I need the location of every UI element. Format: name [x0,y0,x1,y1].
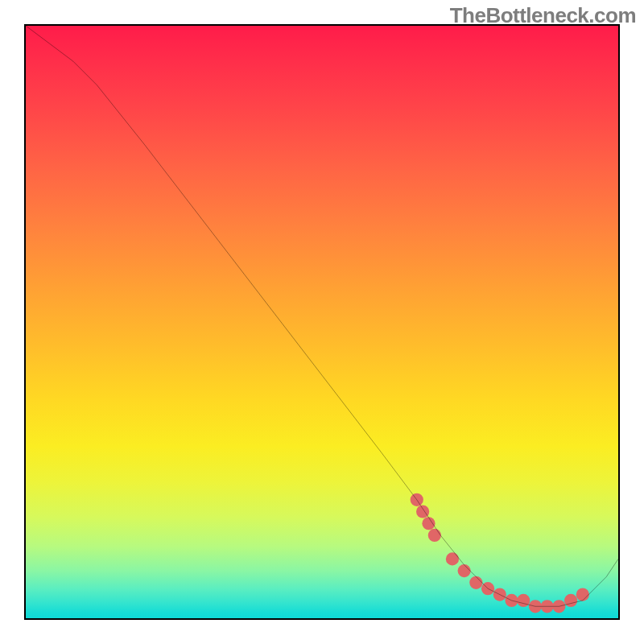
marker-dot [428,529,441,542]
curve-layer [26,26,618,618]
marker-dot [576,588,589,601]
chart-container: TheBottleneck.com [0,0,644,644]
bottleneck-curve-line [26,26,618,606]
marker-dot [517,594,530,607]
marker-dot [564,594,577,607]
marker-dot [422,517,435,530]
markers-group [411,493,589,613]
watermark-text: TheBottleneck.com [450,3,636,28]
marker-dot [446,552,459,565]
marker-dot [416,505,429,518]
plot-area [24,24,620,620]
marker-dot [458,564,471,577]
marker-dot [469,576,482,589]
